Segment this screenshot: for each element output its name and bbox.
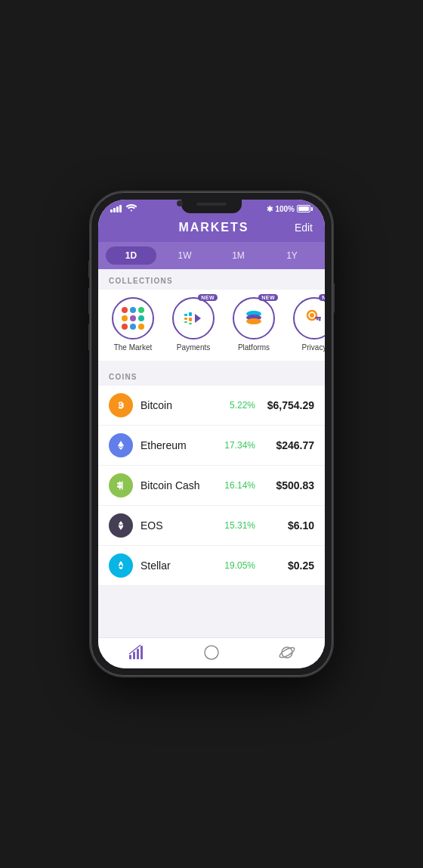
svg-rect-6 bbox=[189, 323, 192, 324]
payments-circle-wrapper: NEW bbox=[172, 297, 215, 339]
privacy-label: Privacy bbox=[302, 343, 325, 352]
privacy-icon bbox=[303, 307, 325, 330]
market-circle bbox=[112, 297, 154, 339]
tab-1w[interactable]: 1W bbox=[159, 246, 210, 265]
collection-item-payments[interactable]: NEW Payments bbox=[166, 297, 221, 352]
privacy-circle-wrapper: NEW bbox=[293, 297, 325, 339]
phone-screen: 9:41 AM ✱ 100% MARKETS Edit 1D 1W 1M bbox=[98, 200, 325, 668]
period-tabs: 1D 1W 1M 1Y bbox=[98, 242, 325, 269]
svg-point-24 bbox=[120, 565, 122, 567]
tab-1y[interactable]: 1Y bbox=[267, 246, 317, 265]
signal-icon bbox=[110, 205, 122, 212]
phone-mute-button bbox=[88, 260, 91, 278]
svg-marker-0 bbox=[195, 314, 201, 323]
battery-icon bbox=[297, 205, 313, 212]
nav-explore[interactable] bbox=[249, 644, 325, 661]
svg-rect-19 bbox=[119, 482, 121, 490]
market-icon bbox=[119, 304, 147, 333]
stellar-avatar bbox=[109, 553, 133, 578]
phone-frame: 9:41 AM ✱ 100% MARKETS Edit 1D 1W 1M bbox=[91, 192, 332, 676]
payments-label: Payments bbox=[177, 343, 210, 352]
svg-rect-4 bbox=[189, 312, 192, 316]
svg-marker-23 bbox=[121, 525, 123, 530]
svg-point-29 bbox=[205, 646, 218, 659]
bitcoin-name: Bitcoin bbox=[140, 399, 215, 411]
coin-row-eos[interactable]: EOS 15.31% $6.10 bbox=[98, 506, 325, 546]
svg-rect-28 bbox=[140, 646, 143, 659]
bitcoin-price: $6,754.29 bbox=[263, 399, 314, 411]
svg-rect-26 bbox=[133, 652, 135, 659]
svg-rect-25 bbox=[129, 655, 131, 659]
phone-notch bbox=[181, 200, 242, 213]
stellar-change: 19.05% bbox=[222, 560, 255, 571]
coin-row-stellar[interactable]: Stellar 19.05% $0.25 bbox=[98, 546, 325, 586]
phone-power-button bbox=[332, 283, 335, 313]
ethereum-price: $246.77 bbox=[263, 439, 314, 451]
svg-rect-12 bbox=[315, 317, 321, 319]
bluetooth-icon: ✱ bbox=[267, 205, 273, 213]
svg-marker-15 bbox=[118, 441, 124, 448]
bitcoin-change: 5.22% bbox=[222, 400, 255, 411]
bitcoin-cash-icon bbox=[115, 479, 127, 491]
market-label: The Market bbox=[114, 343, 153, 352]
bitcoin-cash-price: $500.83 bbox=[263, 479, 314, 491]
coin-row-bitcoin[interactable]: Bitcoin 5.22% $6,754.29 bbox=[98, 386, 325, 426]
svg-point-11 bbox=[310, 313, 314, 318]
status-right: ✱ 100% bbox=[267, 205, 313, 213]
svg-rect-20 bbox=[122, 482, 123, 490]
main-content: COLLECTIONS bbox=[98, 269, 325, 637]
edit-button[interactable]: Edit bbox=[295, 222, 313, 234]
phone-vol-up-button bbox=[88, 287, 91, 315]
svg-rect-5 bbox=[189, 318, 192, 321]
platforms-icon bbox=[242, 306, 266, 330]
stellar-name: Stellar bbox=[140, 560, 215, 572]
svg-rect-3 bbox=[184, 321, 187, 323]
payments-circle bbox=[172, 297, 215, 339]
svg-rect-14 bbox=[316, 319, 319, 321]
svg-marker-21 bbox=[119, 521, 123, 525]
coins-section: COINS Bitcoin 5.22% $6,754.29 bbox=[98, 365, 325, 586]
ethereum-name: Ethereum bbox=[140, 439, 215, 451]
status-left bbox=[110, 204, 137, 213]
payments-icon bbox=[181, 308, 205, 329]
tab-1d[interactable]: 1D bbox=[106, 246, 156, 265]
coins-section-header: COINS bbox=[98, 365, 325, 386]
page-header: MARKETS Edit bbox=[98, 216, 325, 242]
privacy-circle bbox=[293, 297, 325, 339]
phone-camera bbox=[177, 200, 183, 206]
collection-item-privacy[interactable]: NEW Privacy bbox=[287, 297, 325, 352]
stellar-price: $0.25 bbox=[263, 560, 314, 572]
eos-change: 15.31% bbox=[222, 520, 255, 531]
ethereum-change: 17.34% bbox=[222, 440, 255, 451]
battery-percent: 100% bbox=[275, 205, 295, 213]
coin-row-ethereum[interactable]: Ethereum 17.34% $246.77 bbox=[98, 426, 325, 466]
nav-markets[interactable] bbox=[98, 644, 174, 661]
coin-row-bitcoin-cash[interactable]: Bitcoin Cash 16.14% $500.83 bbox=[98, 466, 325, 506]
privacy-new-badge: NEW bbox=[319, 294, 325, 301]
tab-1m[interactable]: 1M bbox=[213, 246, 264, 265]
svg-marker-22 bbox=[119, 525, 121, 530]
eos-price: $6.10 bbox=[263, 519, 314, 532]
svg-rect-27 bbox=[137, 649, 139, 659]
ethereum-avatar bbox=[109, 433, 133, 457]
bitcoin-cash-change: 16.14% bbox=[222, 480, 255, 491]
svg-point-9 bbox=[246, 318, 261, 324]
eos-icon bbox=[115, 519, 127, 532]
bottom-nav bbox=[98, 637, 325, 668]
planet-icon bbox=[279, 644, 295, 661]
platforms-label: Platforms bbox=[238, 343, 270, 352]
market-circle-wrapper bbox=[112, 297, 154, 339]
collections-list: The Market bbox=[98, 290, 325, 361]
collection-item-platforms[interactable]: NEW Platforms bbox=[227, 297, 281, 352]
nav-home[interactable] bbox=[174, 644, 249, 661]
bitcoin-icon bbox=[115, 399, 127, 411]
collection-item-market[interactable]: The Market bbox=[106, 297, 160, 352]
svg-rect-1 bbox=[184, 314, 187, 316]
bitcoin-cash-name: Bitcoin Cash bbox=[140, 479, 215, 491]
bitcoin-cash-avatar bbox=[109, 473, 133, 498]
svg-rect-2 bbox=[184, 318, 187, 320]
platforms-circle bbox=[233, 297, 275, 339]
platforms-circle-wrapper: NEW bbox=[233, 297, 275, 339]
chart-icon bbox=[128, 644, 144, 661]
wifi-icon bbox=[126, 204, 137, 213]
